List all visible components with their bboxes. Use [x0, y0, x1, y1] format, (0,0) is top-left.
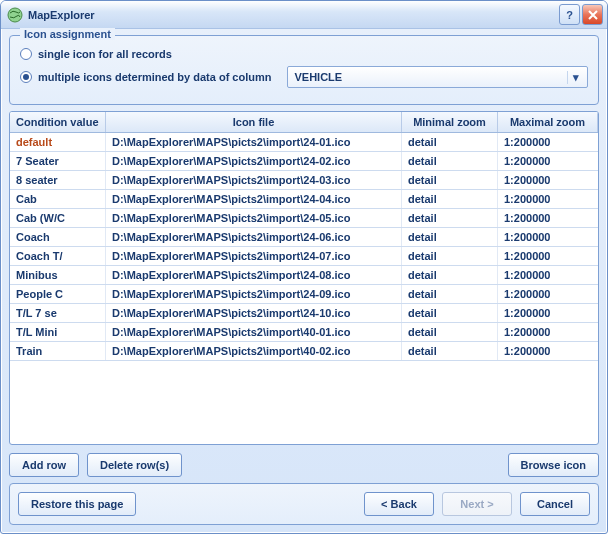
icon-table: Condition value Icon file Minimal zoom M…: [9, 111, 599, 445]
add-row-button[interactable]: Add row: [9, 453, 79, 477]
cell-minzoom[interactable]: detail: [402, 266, 498, 284]
cell-minzoom[interactable]: detail: [402, 247, 498, 265]
cell-condition[interactable]: T/L Mini: [10, 323, 106, 341]
table-row[interactable]: CabD:\MapExplorer\MAPS\picts2\import\24-…: [10, 190, 598, 209]
cell-minzoom[interactable]: detail: [402, 304, 498, 322]
cell-condition[interactable]: 7 Seater: [10, 152, 106, 170]
chevron-down-icon: ▾: [567, 71, 583, 84]
cell-maxzoom[interactable]: 1:200000: [498, 171, 598, 189]
cell-iconfile[interactable]: D:\MapExplorer\MAPS\picts2\import\24-03.…: [106, 171, 402, 189]
cell-iconfile[interactable]: D:\MapExplorer\MAPS\picts2\import\40-01.…: [106, 323, 402, 341]
cell-condition[interactable]: Cab (W/C: [10, 209, 106, 227]
cell-iconfile[interactable]: D:\MapExplorer\MAPS\picts2\import\24-01.…: [106, 133, 402, 151]
cell-condition[interactable]: Coach T/: [10, 247, 106, 265]
app-icon: [7, 7, 23, 23]
cell-maxzoom[interactable]: 1:200000: [498, 228, 598, 246]
table-row[interactable]: T/L MiniD:\MapExplorer\MAPS\picts2\impor…: [10, 323, 598, 342]
cell-condition[interactable]: default: [10, 133, 106, 151]
col-iconfile[interactable]: Icon file: [106, 112, 402, 132]
cell-maxzoom[interactable]: 1:200000: [498, 304, 598, 322]
table-row[interactable]: Cab (W/CD:\MapExplorer\MAPS\picts2\impor…: [10, 209, 598, 228]
cell-iconfile[interactable]: D:\MapExplorer\MAPS\picts2\import\24-02.…: [106, 152, 402, 170]
cell-iconfile[interactable]: D:\MapExplorer\MAPS\picts2\import\24-10.…: [106, 304, 402, 322]
column-combobox[interactable]: VEHICLE ▾: [287, 66, 588, 88]
cell-minzoom[interactable]: detail: [402, 171, 498, 189]
radio-icon: [20, 48, 32, 60]
window-title: MapExplorer: [28, 9, 557, 21]
cell-maxzoom[interactable]: 1:200000: [498, 266, 598, 284]
cell-condition[interactable]: Train: [10, 342, 106, 360]
cell-condition[interactable]: 8 seater: [10, 171, 106, 189]
radio-single-icon[interactable]: single icon for all records: [20, 48, 588, 60]
col-maxzoom[interactable]: Maximal zoom: [498, 112, 598, 132]
cell-maxzoom[interactable]: 1:200000: [498, 190, 598, 208]
cell-iconfile[interactable]: D:\MapExplorer\MAPS\picts2\import\40-02.…: [106, 342, 402, 360]
cell-iconfile[interactable]: D:\MapExplorer\MAPS\picts2\import\24-06.…: [106, 228, 402, 246]
cell-minzoom[interactable]: detail: [402, 323, 498, 341]
cell-minzoom[interactable]: detail: [402, 285, 498, 303]
restore-page-button[interactable]: Restore this page: [18, 492, 136, 516]
cell-condition[interactable]: Cab: [10, 190, 106, 208]
radio-multiple-label: multiple icons determined by data of col…: [38, 71, 271, 83]
radio-multiple-icons[interactable]: multiple icons determined by data of col…: [20, 66, 588, 88]
cell-maxzoom[interactable]: 1:200000: [498, 342, 598, 360]
delete-rows-button[interactable]: Delete row(s): [87, 453, 182, 477]
cell-minzoom[interactable]: detail: [402, 209, 498, 227]
table-row[interactable]: TrainD:\MapExplorer\MAPS\picts2\import\4…: [10, 342, 598, 361]
cell-minzoom[interactable]: detail: [402, 133, 498, 151]
group-legend: Icon assignment: [20, 28, 115, 40]
close-button[interactable]: [582, 4, 603, 25]
wizard-button-row: Restore this page < Back Next > Cancel: [9, 483, 599, 525]
table-body: defaultD:\MapExplorer\MAPS\picts2\import…: [10, 133, 598, 444]
table-row[interactable]: defaultD:\MapExplorer\MAPS\picts2\import…: [10, 133, 598, 152]
cell-minzoom[interactable]: detail: [402, 342, 498, 360]
cell-iconfile[interactable]: D:\MapExplorer\MAPS\picts2\import\24-07.…: [106, 247, 402, 265]
svg-point-0: [8, 8, 22, 22]
table-row[interactable]: People CD:\MapExplorer\MAPS\picts2\impor…: [10, 285, 598, 304]
col-minzoom[interactable]: Minimal zoom: [402, 112, 498, 132]
radio-single-label: single icon for all records: [38, 48, 172, 60]
cell-condition[interactable]: T/L 7 se: [10, 304, 106, 322]
table-row[interactable]: MinibusD:\MapExplorer\MAPS\picts2\import…: [10, 266, 598, 285]
cell-condition[interactable]: Minibus: [10, 266, 106, 284]
cell-minzoom[interactable]: detail: [402, 228, 498, 246]
cell-maxzoom[interactable]: 1:200000: [498, 209, 598, 227]
cell-iconfile[interactable]: D:\MapExplorer\MAPS\picts2\import\24-04.…: [106, 190, 402, 208]
table-row[interactable]: Coach T/D:\MapExplorer\MAPS\picts2\impor…: [10, 247, 598, 266]
col-condition[interactable]: Condition value: [10, 112, 106, 132]
cell-maxzoom[interactable]: 1:200000: [498, 133, 598, 151]
cancel-button[interactable]: Cancel: [520, 492, 590, 516]
cell-minzoom[interactable]: detail: [402, 152, 498, 170]
cell-iconfile[interactable]: D:\MapExplorer\MAPS\picts2\import\24-09.…: [106, 285, 402, 303]
help-button[interactable]: ?: [559, 4, 580, 25]
table-button-row: Add row Delete row(s) Browse icon: [9, 453, 599, 477]
cell-maxzoom[interactable]: 1:200000: [498, 323, 598, 341]
icon-assignment-group: Icon assignment single icon for all reco…: [9, 35, 599, 105]
dialog-window: MapExplorer ? Icon assignment single ico…: [0, 0, 608, 534]
table-row[interactable]: 8 seaterD:\MapExplorer\MAPS\picts2\impor…: [10, 171, 598, 190]
table-row[interactable]: 7 SeaterD:\MapExplorer\MAPS\picts2\impor…: [10, 152, 598, 171]
cell-iconfile[interactable]: D:\MapExplorer\MAPS\picts2\import\24-05.…: [106, 209, 402, 227]
cell-maxzoom[interactable]: 1:200000: [498, 152, 598, 170]
table-row[interactable]: T/L 7 seD:\MapExplorer\MAPS\picts2\impor…: [10, 304, 598, 323]
cell-condition[interactable]: Coach: [10, 228, 106, 246]
next-button: Next >: [442, 492, 512, 516]
column-combobox-value: VEHICLE: [294, 71, 342, 83]
cell-iconfile[interactable]: D:\MapExplorer\MAPS\picts2\import\24-08.…: [106, 266, 402, 284]
table-row[interactable]: CoachD:\MapExplorer\MAPS\picts2\import\2…: [10, 228, 598, 247]
back-button[interactable]: < Back: [364, 492, 434, 516]
table-header: Condition value Icon file Minimal zoom M…: [10, 112, 598, 133]
close-icon: [588, 10, 598, 20]
cell-maxzoom[interactable]: 1:200000: [498, 247, 598, 265]
titlebar: MapExplorer ?: [1, 1, 607, 29]
cell-minzoom[interactable]: detail: [402, 190, 498, 208]
cell-condition[interactable]: People C: [10, 285, 106, 303]
dialog-body: Icon assignment single icon for all reco…: [1, 29, 607, 533]
cell-maxzoom[interactable]: 1:200000: [498, 285, 598, 303]
browse-icon-button[interactable]: Browse icon: [508, 453, 599, 477]
radio-icon: [20, 71, 32, 83]
